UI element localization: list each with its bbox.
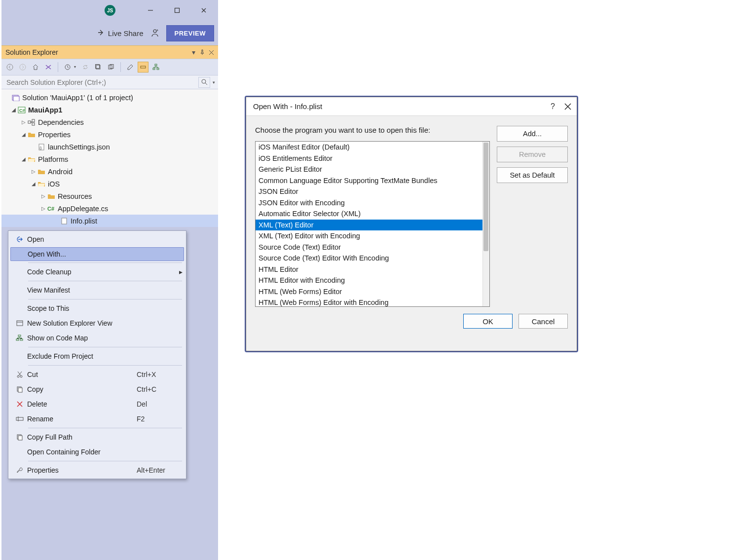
copy-icon — [12, 434, 27, 441]
editor-list-item[interactable]: iOS Manifest Editor (Default) — [256, 142, 482, 153]
menu-code-map[interactable]: Show on Code Map — [9, 331, 185, 345]
editor-list-item[interactable]: HTML Editor with Encoding — [256, 275, 482, 286]
help-button[interactable]: ? — [551, 102, 555, 111]
folder-icon — [27, 131, 36, 139]
maximize-button[interactable] — [166, 3, 188, 18]
close-button[interactable] — [192, 3, 215, 18]
svg-rect-21 — [13, 96, 19, 101]
editor-list-item[interactable]: HTML (Web Forms) Editor with Encoding — [256, 297, 482, 306]
tree-resources[interactable]: ▷ Resources — [1, 190, 218, 202]
live-share-button[interactable]: Live Share — [97, 29, 144, 37]
feedback-icon[interactable] — [150, 29, 159, 37]
editor-list-item[interactable]: Generic PList Editor — [256, 164, 482, 175]
svg-rect-42 — [16, 417, 23, 420]
svg-rect-26 — [32, 123, 35, 125]
new-window-icon — [12, 320, 27, 327]
cut-icon — [12, 371, 27, 378]
menu-open[interactable]: Open — [9, 232, 185, 247]
menu-separator — [28, 347, 182, 347]
code-map-icon — [12, 335, 27, 341]
add-button[interactable]: Add... — [497, 126, 568, 142]
svg-rect-25 — [32, 119, 35, 122]
minimize-button[interactable] — [139, 3, 162, 18]
svg-rect-35 — [20, 339, 23, 340]
preview-selected-button[interactable] — [138, 62, 148, 73]
solution-explorer-toolbar — [1, 59, 218, 75]
menu-cut[interactable]: Cut Ctrl+X — [9, 367, 185, 382]
editor-list-item[interactable]: JSON Editor — [256, 186, 482, 197]
ok-button[interactable]: OK — [463, 314, 513, 329]
editor-list-item[interactable]: HTML Editor — [256, 264, 482, 275]
search-options-icon[interactable]: ▾ — [210, 80, 217, 85]
solution-explorer-search: ▾ — [1, 75, 218, 89]
dialog-footer: OK Cancel — [246, 314, 577, 337]
properties-button[interactable] — [125, 62, 136, 73]
remove-button: Remove — [497, 147, 568, 162]
menu-view-manifest[interactable]: View Manifest — [9, 283, 185, 298]
svg-text:C#: C# — [47, 206, 54, 212]
editor-list-item[interactable]: iOS Entitlements Editor — [256, 153, 482, 164]
solution-explorer-header: Solution Explorer ▾ — [1, 45, 218, 59]
editor-list-item[interactable]: HTML (Web Forms) Editor — [256, 286, 482, 298]
collapse-all-button[interactable] — [93, 62, 104, 73]
scrollbar-thumb[interactable] — [483, 143, 488, 251]
set-default-button[interactable]: Set as Default — [497, 167, 568, 183]
show-all-files-button[interactable] — [106, 62, 116, 73]
editor-list-item[interactable]: XML (Text) Editor — [256, 220, 482, 231]
tree-project[interactable]: ◢ C# MauiApp1 — [1, 104, 218, 116]
view-hierarchy-button[interactable] — [150, 62, 161, 73]
pin-icon[interactable] — [198, 48, 206, 56]
editor-list-item[interactable]: Automatic Editor Selector (XML) — [256, 208, 482, 220]
menu-exclude[interactable]: Exclude From Project — [9, 349, 185, 364]
svg-rect-24 — [28, 121, 31, 123]
editor-list[interactable]: iOS Manifest Editor (Default)iOS Entitle… — [255, 141, 490, 307]
folder-icon — [47, 192, 56, 200]
editor-list-item[interactable]: JSON Editor with Encoding — [256, 197, 482, 209]
home-button[interactable] — [30, 62, 41, 73]
pending-changes-filter-button[interactable] — [62, 62, 73, 73]
scrollbar[interactable] — [482, 142, 489, 306]
menu-open-with[interactable]: Open With... — [10, 247, 184, 261]
switch-views-button[interactable] — [43, 62, 54, 73]
menu-rename[interactable]: Rename F2 — [9, 411, 185, 426]
sync-button[interactable] — [80, 62, 91, 73]
menu-scope[interactable]: Scope to This — [9, 301, 185, 316]
menu-new-se-view[interactable]: New Solution Explorer View — [9, 316, 185, 331]
editor-list-item[interactable]: Source Code (Text) Editor — [256, 242, 482, 253]
tree-dependencies[interactable]: ▷ Dependencies — [1, 116, 218, 128]
svg-point-37 — [20, 375, 22, 377]
dialog-titlebar: Open With - Info.plist ? — [246, 97, 577, 116]
cancel-button[interactable]: Cancel — [518, 314, 568, 329]
csharp-file-icon: C# — [47, 205, 56, 213]
menu-open-folder[interactable]: Open Containing Folder — [9, 445, 185, 459]
menu-copy-path[interactable]: Copy Full Path — [9, 430, 185, 445]
tree-solution[interactable]: Solution 'MauiApp1' (1 of 1 project) — [1, 91, 218, 104]
search-icon[interactable] — [198, 77, 210, 88]
editor-list-item[interactable]: Common Language Editor Supporting TextMa… — [256, 175, 482, 187]
menu-delete[interactable]: Delete Del — [9, 397, 185, 411]
svg-text:{}: {} — [39, 146, 42, 150]
forward-button[interactable] — [17, 62, 28, 73]
editor-list-item[interactable]: XML (Text) Editor with Encoding — [256, 230, 482, 242]
svg-rect-34 — [16, 339, 19, 340]
tree-platforms[interactable]: ◢ Platforms — [1, 153, 218, 165]
preview-button[interactable]: PREVIEW — [166, 25, 214, 41]
main-toolbar: Live Share PREVIEW — [1, 21, 218, 45]
close-panel-icon[interactable] — [207, 48, 215, 56]
tree-infoplist[interactable]: Info.plist — [1, 215, 218, 227]
back-button[interactable] — [4, 62, 15, 73]
tree-android[interactable]: ▷ Android — [1, 165, 218, 178]
tree-properties[interactable]: ◢ Properties — [1, 128, 218, 141]
user-badge[interactable]: JS — [105, 5, 115, 16]
tree-ios[interactable]: ◢ iOS — [1, 178, 218, 190]
menu-code-cleanup[interactable]: Code Cleanup ▸ — [9, 264, 185, 279]
tree-launchsettings[interactable]: {} launchSettings.json — [1, 141, 218, 153]
dialog-close-button[interactable] — [564, 103, 572, 111]
editor-list-item[interactable]: Source Code (Text) Editor With Encoding — [256, 253, 482, 264]
search-input[interactable] — [5, 78, 198, 87]
window-options-dropdown-icon[interactable]: ▾ — [189, 48, 197, 56]
menu-copy[interactable]: Copy Ctrl+C — [9, 382, 185, 397]
menu-properties[interactable]: Properties Alt+Enter — [9, 463, 185, 478]
json-file-icon: {} — [37, 143, 46, 151]
tree-appdelegate[interactable]: ▷ C# AppDelegate.cs — [1, 202, 218, 215]
